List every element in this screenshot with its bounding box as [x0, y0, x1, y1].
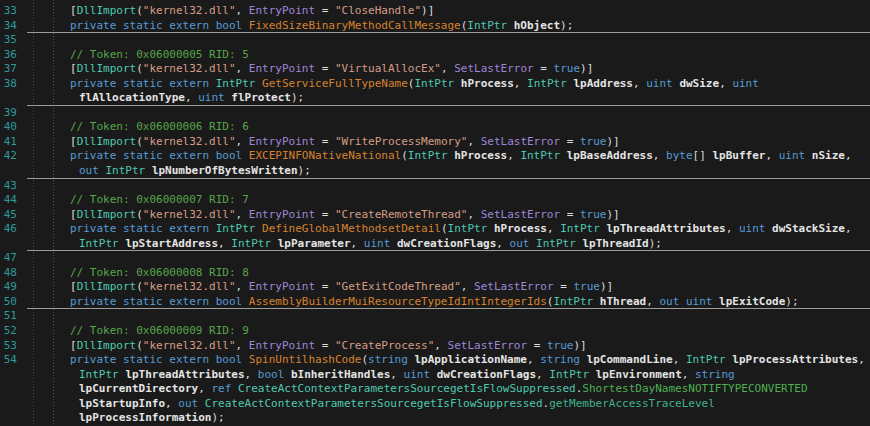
code-line[interactable]: 49[DllImport("kernel32.dll", EntryPoint … [0, 280, 870, 295]
code-token: byte [666, 149, 693, 162]
code-token: DllImport [77, 280, 137, 293]
code-token: IntPtr [216, 77, 256, 90]
code-token: , [845, 222, 852, 235]
code-token: string [695, 368, 735, 381]
code-line[interactable]: 41[DllImport("kernel32.dll", EntryPoint … [0, 135, 870, 150]
code-token [271, 237, 278, 250]
code-text: lpCurrentDirectory, ref CreateActContext… [79, 382, 808, 395]
code-token [454, 77, 461, 90]
code-token: , [536, 368, 549, 381]
line-number[interactable]: 37 [0, 62, 17, 77]
line-number[interactable]: 51 [0, 309, 17, 324]
code-token: uint [686, 295, 713, 308]
code-token: , [673, 353, 686, 366]
line-number[interactable]: 41 [0, 135, 17, 150]
code-token: hProcess [494, 222, 547, 235]
code-text: out IntPtr lpNumberOfBytesWritten); [79, 164, 311, 177]
code-token: ); [291, 91, 304, 104]
code-line[interactable]: 39 [0, 106, 870, 121]
code-token: )] [580, 62, 593, 75]
code-token: , [236, 135, 249, 148]
line-number[interactable]: 38 [0, 77, 17, 92]
code-line[interactable]: 53[DllImport("kernel32.dll", EntryPoint … [0, 339, 870, 354]
code-line-continuation[interactable]: flAllocationType, uint flProtect); [0, 91, 870, 106]
code-token: "kernel32.dll" [143, 4, 236, 17]
code-token: SpinUntilhashCode [249, 353, 362, 366]
code-token: EntryPoint [249, 208, 315, 221]
line-number[interactable]: 36 [0, 48, 17, 63]
line-number[interactable]: 34 [0, 19, 17, 34]
code-token [580, 353, 587, 366]
code-token: , [236, 280, 249, 293]
code-line[interactable]: 35 [0, 33, 870, 48]
code-token: , [461, 280, 474, 293]
code-text: // Token: 0x06000009 RID: 9 [70, 324, 249, 337]
line-number[interactable]: 46 [0, 222, 17, 237]
code-line[interactable]: 50private static extern bool AssemblyBui… [0, 295, 870, 310]
code-line[interactable]: 37[DllImport("kernel32.dll", EntryPoint … [0, 62, 870, 77]
member-separator [27, 32, 870, 33]
line-number[interactable]: 52 [0, 324, 17, 339]
line-number[interactable]: 47 [0, 251, 17, 266]
code-line[interactable]: 40// Token: 0x06000006 RID: 6 [0, 120, 870, 135]
code-line[interactable]: 44// Token: 0x06000007 RID: 7 [0, 193, 870, 208]
code-token: [ [70, 4, 77, 17]
code-line-continuation[interactable]: out IntPtr lpNumberOfBytesWritten); [0, 164, 870, 179]
code-token: DllImport [77, 339, 137, 352]
code-token: = [534, 62, 554, 75]
code-line-continuation[interactable]: lpProcessInformation); [0, 411, 870, 426]
code-token: SetLastError [474, 280, 553, 293]
code-token [805, 149, 812, 162]
line-number[interactable]: 53 [0, 339, 17, 354]
code-line-continuation[interactable]: lpStartupInfo, out CreateActContextParam… [0, 397, 870, 412]
line-number[interactable]: 40 [0, 120, 17, 135]
code-line[interactable]: 52// Token: 0x06000009 RID: 9 [0, 324, 870, 339]
line-number[interactable]: 50 [0, 295, 17, 310]
line-number[interactable]: 49 [0, 280, 17, 295]
code-text: [DllImport("kernel32.dll", EntryPoint = … [70, 280, 613, 293]
code-token: , [198, 382, 211, 395]
code-token: // Token: 0x06000006 RID: 6 [70, 120, 249, 133]
code-token: [ [70, 280, 77, 293]
code-line[interactable]: 33[DllImport("kernel32.dll", EntryPoint … [0, 4, 870, 19]
line-number[interactable]: 33 [0, 4, 17, 19]
code-line[interactable]: 43 [0, 179, 870, 194]
code-line-continuation[interactable]: IntPtr lpStartAddress, IntPtr lpParamete… [0, 237, 870, 252]
code-token: lpCurrentDirectory [79, 382, 198, 395]
code-line[interactable]: 51 [0, 309, 870, 324]
code-token: SetLastError [481, 208, 560, 221]
code-token [99, 164, 106, 177]
code-token: , [351, 237, 364, 250]
code-editor[interactable]: 33[DllImport("kernel32.dll", EntryPoint … [0, 0, 870, 426]
line-number[interactable]: 48 [0, 266, 17, 281]
line-number[interactable]: 42 [0, 149, 17, 164]
code-line[interactable]: 34private static extern bool FixedSizeBi… [0, 19, 870, 34]
code-line[interactable]: 47 [0, 251, 870, 266]
code-token: lpStartupInfo [79, 397, 165, 410]
code-token: ( [136, 135, 143, 148]
code-line[interactable]: 46private static extern IntPtr DefineGlo… [0, 222, 870, 237]
code-line[interactable]: 36// Token: 0x06000005 RID: 5 [0, 48, 870, 63]
code-token: private static extern bool [70, 149, 249, 162]
line-number[interactable]: 35 [0, 33, 17, 48]
code-line-continuation[interactable]: lpCurrentDirectory, ref CreateActContext… [0, 382, 870, 397]
code-line-continuation[interactable]: IntPtr lpThreadAttributes, bool bInherit… [0, 368, 870, 383]
code-line[interactable]: 45[DllImport("kernel32.dll", EntryPoint … [0, 208, 870, 223]
code-token: , [165, 397, 178, 410]
line-number[interactable]: 43 [0, 179, 17, 194]
code-line[interactable]: 54private static extern bool SpinUntilha… [0, 353, 870, 368]
line-number[interactable]: 45 [0, 208, 17, 223]
code-token: lpStartAddress [125, 237, 218, 250]
code-token: ); [560, 19, 573, 32]
code-token [390, 237, 397, 250]
code-token: , [765, 149, 778, 162]
code-token: true [554, 62, 581, 75]
code-line[interactable]: 38private static extern IntPtr GetServic… [0, 77, 870, 92]
code-token: EntryPoint [249, 62, 315, 75]
code-token: , [236, 62, 249, 75]
code-line[interactable]: 48// Token: 0x06000008 RID: 8 [0, 266, 870, 281]
line-number[interactable]: 44 [0, 193, 17, 208]
line-number[interactable]: 54 [0, 353, 17, 368]
line-number[interactable]: 39 [0, 106, 17, 121]
code-line[interactable]: 42private static extern bool EXCEPINFONa… [0, 149, 870, 164]
